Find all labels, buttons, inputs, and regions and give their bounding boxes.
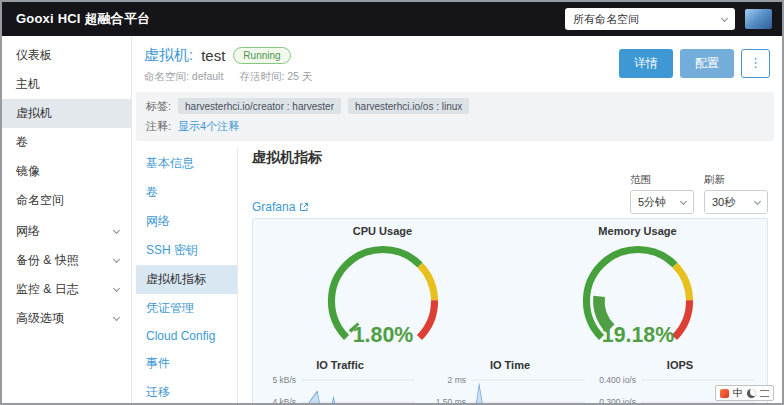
page-title-block: 虚拟机: test Running 命名空间: default 存活时间: 25…: [144, 46, 312, 84]
chart-title: IO Traffic: [255, 359, 425, 371]
namespace-filter-value: 所有命名空间: [573, 12, 639, 27]
chart-title: IOPS: [595, 359, 765, 371]
charts-panel: CPU Usage 1.80% Memory Us: [252, 218, 768, 405]
detail-tabs: 基本信息 卷 网络 SSH 密钥 虚拟机指标 凭证管理 Cloud Config…: [136, 147, 238, 403]
y-axis-ticks: 5 kB/s 4 kB/s 3 kB/s: [255, 374, 301, 405]
ime-toolbar[interactable]: 中: [715, 385, 774, 401]
status-badge: Running: [233, 47, 290, 64]
page-head: 虚拟机: test Running 命名空间: default 存活时间: 25…: [132, 36, 782, 88]
namespace-meta: 命名空间: default: [144, 70, 223, 84]
page-title: 虚拟机: test Running: [144, 46, 312, 65]
labels-annotations-band: 标签: harvesterhci.io/creator : harvester …: [136, 92, 774, 141]
y-axis-ticks: 0.400 io/s 0.300 io/s 0.200 io/s: [595, 374, 641, 405]
mini-charts-row: IO Traffic 5 kB/s 4 kB/s 3 kB/s: [255, 359, 765, 405]
sidebar-item-backup-snapshot[interactable]: 备份 & 快照: [2, 246, 131, 275]
annotations-title: 注释:: [146, 119, 171, 134]
app-window: Gooxi HCI 超融合平台 所有命名空间 仪表板 主机 虚拟机 卷 镜像 命…: [0, 0, 784, 405]
area-chart: [471, 374, 585, 405]
labels-row: 标签: harvesterhci.io/creator : harvester …: [146, 98, 764, 114]
sidebar-item-networks[interactable]: 网络: [2, 217, 131, 246]
plot-area: [471, 374, 595, 405]
chevron-down-icon: [113, 227, 120, 234]
more-actions-button[interactable]: ⋮: [741, 49, 770, 78]
vm-metrics-section: 虚拟机指标 Grafana 范围: [238, 147, 774, 403]
namespace-filter-select[interactable]: 所有命名空间: [565, 8, 735, 30]
age-meta: 存活时间: 25 天: [239, 70, 312, 84]
metrics-toolbar: Grafana 范围 5分钟: [252, 173, 768, 218]
chevron-down-icon: [113, 285, 120, 292]
refresh-label: 刷新: [704, 173, 768, 187]
annotations-row: 注释: 显示4个注释: [146, 119, 764, 134]
refresh-value: 30秒: [712, 195, 735, 210]
details-button[interactable]: 详情: [619, 49, 673, 78]
sidebar-item-volumes[interactable]: 卷: [2, 128, 131, 157]
range-value: 5分钟: [638, 195, 666, 210]
range-select[interactable]: 5分钟: [630, 190, 694, 214]
sidebar-item-virtual-machines[interactable]: 虚拟机: [2, 99, 131, 128]
sidebar-item-dashboard[interactable]: 仪表板: [2, 41, 131, 70]
chevron-down-icon: [113, 314, 120, 321]
tab-ssh-keys[interactable]: SSH 密钥: [136, 236, 237, 265]
resource-meta: 命名空间: default 存活时间: 25 天: [144, 70, 312, 84]
io-time-chart: IO Time 2 ms 1.50 ms 1 ms: [425, 359, 595, 405]
gauge-chart: 19.18%: [549, 237, 727, 357]
sidebar-item-hosts[interactable]: 主机: [2, 70, 131, 99]
refresh-select[interactable]: 30秒: [704, 190, 768, 214]
tab-events[interactable]: 事件: [136, 349, 237, 378]
chevron-down-icon: [113, 256, 120, 263]
layout: 仪表板 主机 虚拟机 卷 镜像 命名空间 网络 备份 & 快照 监控 & 日志 …: [2, 36, 782, 403]
chevron-down-icon: [754, 197, 761, 204]
chevron-down-icon: [721, 14, 728, 21]
tab-basics[interactable]: 基本信息: [136, 149, 237, 178]
cpu-usage-gauge: CPU Usage 1.80%: [255, 225, 510, 357]
sidebar-item-images[interactable]: 镜像: [2, 157, 131, 186]
tab-cloud-config[interactable]: Cloud Config: [136, 323, 237, 349]
app-header: Gooxi HCI 超融合平台 所有命名空间: [2, 2, 782, 36]
sidebar-item-namespaces[interactable]: 命名空间: [2, 186, 131, 215]
tab-networks[interactable]: 网络: [136, 207, 237, 236]
header-right: 所有命名空间: [565, 8, 772, 30]
menu-icon[interactable]: [760, 390, 769, 397]
sidebar: 仪表板 主机 虚拟机 卷 镜像 命名空间 网络 备份 & 快照 监控 & 日志 …: [2, 36, 132, 403]
tab-vm-metrics[interactable]: 虚拟机指标: [136, 265, 237, 294]
chevron-down-icon: [680, 197, 687, 204]
main-content: 虚拟机: test Running 命名空间: default 存活时间: 25…: [132, 36, 782, 403]
grafana-link-label: Grafana: [252, 200, 295, 214]
label-chip: harvesterhci.io/creator : harvester: [178, 98, 341, 114]
tab-migration[interactable]: 迁移: [136, 378, 237, 405]
metrics-section-title: 虚拟机指标: [252, 147, 768, 173]
labels-title: 标签:: [146, 99, 171, 114]
grafana-link[interactable]: Grafana: [252, 200, 309, 214]
detail-area: 基本信息 卷 网络 SSH 密钥 虚拟机指标 凭证管理 Cloud Config…: [132, 141, 782, 403]
moon-icon[interactable]: [747, 389, 756, 398]
chart-title: IO Time: [425, 359, 595, 371]
resource-type-label: 虚拟机:: [144, 46, 193, 65]
resource-name: test: [201, 47, 225, 64]
y-axis-ticks: 2 ms 1.50 ms 1 ms: [425, 374, 471, 405]
tab-volumes[interactable]: 卷: [136, 178, 237, 207]
chart-title: CPU Usage: [353, 225, 412, 237]
plot-area: [301, 374, 425, 405]
tab-credentials[interactable]: 凭证管理: [136, 294, 237, 323]
gauge-value: 1.80%: [352, 323, 413, 347]
page-actions: 详情 配置 ⋮: [619, 49, 770, 78]
show-annotations-link[interactable]: 显示4个注释: [178, 119, 239, 134]
metrics-controls: 范围 5分钟 刷新 30秒: [630, 173, 768, 214]
label-chip: harvesterhci.io/os : linux: [348, 98, 469, 114]
gauge-value: 19.18%: [601, 323, 673, 347]
sidebar-item-advanced[interactable]: 高级选项: [2, 304, 131, 333]
config-button[interactable]: 配置: [680, 49, 734, 78]
range-label: 范围: [630, 173, 694, 187]
gauge-chart: 1.80%: [294, 237, 472, 357]
range-control: 范围 5分钟: [630, 173, 694, 214]
chart-title: Memory Usage: [598, 225, 676, 237]
app-title: Gooxi HCI 超融合平台: [16, 10, 150, 28]
user-avatar[interactable]: [745, 9, 772, 29]
refresh-control: 刷新 30秒: [704, 173, 768, 214]
ime-language-indicator[interactable]: 中: [733, 388, 743, 398]
gauges-row: CPU Usage 1.80% Memory Us: [255, 225, 765, 357]
io-traffic-chart: IO Traffic 5 kB/s 4 kB/s 3 kB/s: [255, 359, 425, 405]
sidebar-item-monitoring-logs[interactable]: 监控 & 日志: [2, 275, 131, 304]
area-chart: [301, 374, 415, 405]
ime-logo-icon[interactable]: [720, 389, 729, 398]
